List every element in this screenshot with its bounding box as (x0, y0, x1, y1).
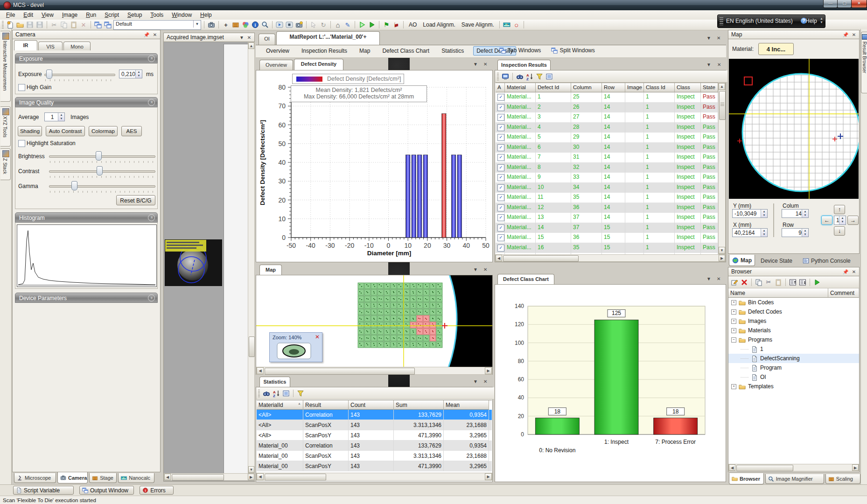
menu-view[interactable]: View (37, 10, 58, 20)
table-row[interactable]: <All>Correlation143133,76290,9354 (257, 410, 492, 420)
table-row[interactable]: ✓Material...1135141InspectPass (496, 193, 718, 203)
step-left-button[interactable]: ← (821, 216, 832, 225)
edit-icon[interactable] (730, 278, 739, 287)
statistics-close-icon[interactable]: ✕ (483, 379, 487, 384)
report-nav-overview[interactable]: Overview (263, 46, 292, 56)
filter-icon[interactable] (535, 72, 544, 81)
column-header-class-id[interactable]: Class Id (644, 83, 675, 92)
tree-item-materials[interactable]: +Materials (728, 326, 859, 335)
table-row[interactable]: ✓Material...226141InspectPass (496, 103, 718, 113)
table-row[interactable]: Material_00Correlation143133,76290,9354 (257, 441, 492, 451)
table-row[interactable]: ✓Material...327141InspectPass (496, 112, 718, 123)
right-dock-tab-python-console[interactable]: Python Console (800, 256, 852, 266)
menu-edit[interactable]: Edit (19, 10, 37, 20)
row-checkbox[interactable]: ✓ (497, 174, 504, 181)
row-checkbox[interactable]: ✓ (497, 245, 504, 252)
langbar-options-icon[interactable]: ▲▼ (820, 17, 823, 24)
tile-windows-icon[interactable] (94, 21, 102, 29)
density-tab-defect-density[interactable]: Defect Density (294, 59, 343, 70)
column-comment[interactable]: Comment (828, 288, 859, 298)
table-row[interactable]: <All>ScanPosX1433.313,134623,1688 (257, 420, 492, 430)
dock-tab-stage[interactable]: Stage (89, 473, 117, 483)
tree-expander[interactable]: + (731, 300, 736, 305)
inspection-results-tab[interactable]: Inspection Results (497, 60, 551, 70)
keyboard-icon[interactable] (503, 21, 511, 29)
checkbox-cell[interactable]: ✓ (496, 223, 505, 233)
checkbox-cell[interactable]: ✓ (496, 173, 505, 183)
dock-tab-camera[interactable]: Camera (57, 472, 88, 483)
save-all-icon[interactable] (35, 21, 44, 29)
checkbox-cell[interactable]: ✓ (496, 153, 505, 163)
tree-expander[interactable]: + (731, 319, 736, 324)
table-row[interactable]: ✓Material...1536151InspectPass (496, 233, 718, 243)
column-header-image[interactable]: Image (625, 83, 644, 92)
table-row[interactable]: ✓Material...630141InspectPass (496, 143, 718, 153)
cursor-icon[interactable] (309, 21, 318, 29)
map-hscrollbar[interactable]: ◀ ▶ (256, 367, 492, 375)
copy-icon[interactable] (60, 21, 68, 29)
row-checkbox[interactable]: ✓ (497, 124, 504, 131)
langbar-help-button[interactable]: Help (805, 18, 817, 24)
table-row[interactable]: ✓Material...529141InspectPass (496, 133, 718, 143)
inspection-vscrollbar[interactable]: ▲ ▼ (718, 83, 726, 254)
monitor-icon[interactable] (501, 72, 510, 81)
average-spinner[interactable]: 1▲▼ (44, 112, 65, 121)
statistics-tab[interactable]: Statistics (259, 377, 290, 387)
tree-item-oi[interactable]: OI (728, 372, 859, 382)
pin-icon[interactable]: 📌 (842, 32, 849, 38)
right-strip-tab-result-browser[interactable]: Result Browser (861, 32, 867, 93)
report-nav-inspection-results[interactable]: Inspection Results (299, 46, 350, 56)
delete-icon[interactable] (740, 278, 748, 287)
table-row[interactable]: Material_00ScanPosX1433.313,134623,1688 (257, 451, 492, 461)
checkbox-cell[interactable]: ✓ (496, 112, 505, 123)
find-icon[interactable] (262, 389, 271, 398)
document-tab-matreport[interactable]: MatReport L:'...'Material_00'+ (276, 31, 380, 45)
pen-icon[interactable]: ✎ (343, 21, 352, 29)
minimize-button[interactable]: — (823, 0, 838, 8)
column-header-defect-id[interactable]: Defect Id (536, 83, 571, 92)
row-checkbox[interactable]: ✓ (497, 164, 504, 171)
acquired-hscrollbar[interactable]: ◀ ▶ (164, 473, 255, 481)
row-checkbox[interactable]: ✓ (497, 94, 504, 101)
refresh-icon[interactable]: ↻ (319, 21, 328, 29)
highlight-saturation-checkbox[interactable] (18, 140, 25, 147)
sort-az-icon[interactable] (525, 72, 534, 81)
collapse-icon[interactable]: » (148, 99, 155, 106)
checkbox-cell[interactable]: ✓ (496, 143, 505, 153)
column-header-state[interactable]: State (701, 83, 718, 92)
info-icon[interactable] (251, 21, 259, 29)
right-bottom-tab-browser[interactable]: Browser (729, 473, 764, 484)
checkbox-cell[interactable]: ✓ (496, 213, 505, 223)
row-checkbox[interactable]: ✓ (497, 144, 504, 151)
details-icon[interactable] (282, 389, 290, 398)
stage-icon[interactable] (231, 21, 240, 29)
copy-icon[interactable] (755, 278, 763, 287)
checkbox-cell[interactable]: ✓ (496, 123, 505, 133)
sort-az-icon[interactable] (272, 389, 280, 398)
statistics-menu-icon[interactable]: ▼ (473, 379, 478, 384)
pin-icon[interactable]: 📌 (143, 32, 150, 38)
row-spinner[interactable]: 9▲▼ (782, 228, 809, 237)
inspection-menu-icon[interactable]: ▼ (706, 62, 711, 67)
checkbox-cell[interactable]: ✓ (496, 243, 505, 253)
snapshot-icon[interactable] (295, 21, 303, 29)
expand-icon[interactable]: » (148, 294, 155, 301)
class-chart-menu-icon[interactable]: ▼ (706, 276, 711, 281)
table-row[interactable]: ✓Material...731141InspectPass (496, 153, 718, 163)
menu-tools[interactable]: Tools (146, 10, 168, 20)
menu-run[interactable]: Run (82, 10, 100, 20)
density-panel-close-icon[interactable]: ✕ (483, 62, 487, 67)
cascade-windows-icon[interactable] (104, 21, 112, 29)
camera-close-icon[interactable]: ✕ (152, 32, 158, 38)
column-header-result[interactable]: Result (303, 400, 349, 410)
column-header-materialid[interactable]: MaterialId▲ (257, 400, 303, 410)
material-button[interactable]: 4 Inc... (758, 43, 794, 55)
column-header-a[interactable]: A (496, 83, 505, 92)
x-mm-spinner[interactable]: 40,2164▲▼ (732, 228, 768, 237)
menu-help[interactable]: Help (196, 10, 216, 20)
tree-item-defectscanning[interactable]: DefectScanning (728, 354, 859, 363)
flag-green-icon[interactable]: ⚑ (382, 21, 391, 29)
paste-icon[interactable] (774, 278, 783, 287)
column-spinner[interactable]: 14▲▼ (782, 209, 809, 218)
acquired-menu-icon[interactable]: ▼ (238, 35, 245, 41)
